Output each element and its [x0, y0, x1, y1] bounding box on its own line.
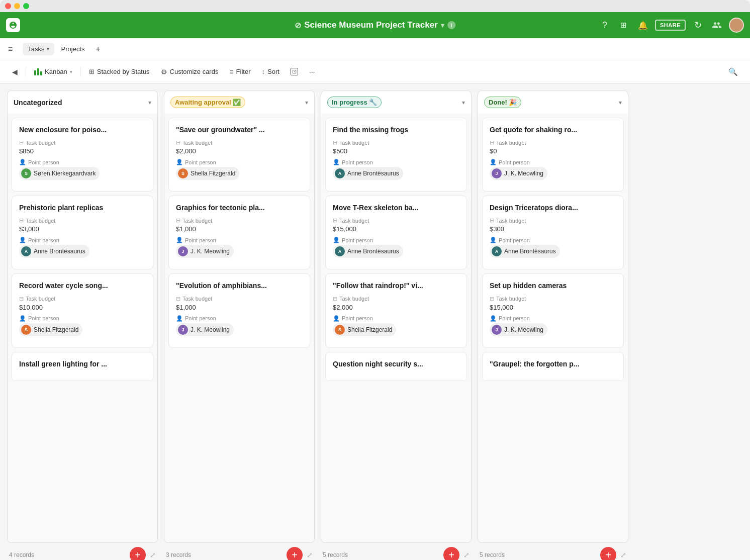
notifications-icon[interactable]: 🔔 [636, 18, 650, 32]
task-card[interactable]: Get quote for shaking ro... ⊟ Task budge… [482, 118, 624, 192]
projects-tab[interactable]: Projects [56, 43, 90, 55]
column-status-badge[interactable]: Done! 🎉 [484, 97, 521, 108]
card-person-label: 👤 Point person [176, 237, 303, 243]
person-name: Shella Fitzgerald [34, 326, 78, 333]
task-card[interactable]: Question night security s... [325, 352, 467, 381]
task-card[interactable]: "Graupel: the forgotten p... [482, 352, 624, 381]
task-card[interactable]: Set up hidden cameras ⊟ Task budget $15,… [482, 273, 624, 347]
maximize-button[interactable] [23, 3, 29, 9]
task-card[interactable]: New enclosure for poiso... ⊟ Task budget… [12, 118, 153, 192]
task-card[interactable]: Find the missing frogs ⊟ Task budget $50… [325, 118, 467, 192]
person-field-icon: 👤 [176, 315, 183, 322]
column-collapse-arrow[interactable]: ▾ [148, 99, 151, 106]
column-status-badge[interactable]: In progress 🔧 [327, 97, 382, 108]
person-avatar: S [178, 168, 188, 178]
person-badge[interactable]: A Anne Brontësaurus [19, 245, 89, 258]
person-name: Anne Brontësaurus [347, 248, 399, 255]
minimize-button[interactable] [14, 3, 20, 9]
task-card[interactable]: Move T-Rex skeleton ba... ⊟ Task budget … [325, 196, 467, 269]
task-card[interactable]: Install green lighting for ... [12, 352, 153, 381]
column-collapse-arrow[interactable]: ▾ [462, 99, 465, 106]
budget-field-icon: ⊟ [490, 296, 494, 302]
info-icon[interactable]: i [447, 21, 455, 29]
column-status-badge[interactable]: Awaiting approval ✅ [170, 97, 245, 108]
task-card[interactable]: "Follow that raindrop!" vi... ⊟ Task bud… [325, 273, 467, 347]
card-person-field: 👤 Point person J J. K. Meowling [176, 237, 303, 258]
add-tab-button[interactable]: + [92, 44, 105, 55]
grid-icon[interactable]: ⊞ [617, 18, 631, 32]
column-collapse-arrow[interactable]: ▾ [305, 99, 308, 106]
collapse-sidebar-button[interactable]: ◀ [8, 66, 22, 78]
expand-button[interactable]: ⤢ [463, 551, 470, 559]
cards-container-awaiting: "Save our groundwater" ... ⊟ Task budget… [164, 114, 315, 543]
task-card[interactable]: Record water cycle song... ⊟ Task budget… [12, 273, 153, 347]
hamburger-menu[interactable]: ≡ [6, 43, 15, 56]
person-badge[interactable]: S Shella Fitzgerald [176, 167, 239, 180]
export-button[interactable]: ⊡ [287, 66, 302, 77]
people-icon[interactable] [710, 18, 724, 32]
refresh-icon[interactable]: ↻ [691, 18, 705, 32]
task-card[interactable]: "Save our groundwater" ... ⊟ Task budget… [168, 118, 310, 192]
person-field-icon: 👤 [490, 237, 497, 243]
card-title: Move T-Rex skeleton ba... [333, 203, 459, 212]
task-card[interactable]: "Evolution of amphibians... ⊟ Task budge… [168, 273, 310, 347]
share-button[interactable]: SHARE [655, 20, 686, 31]
person-badge[interactable]: A Anne Brontësaurus [490, 245, 560, 258]
group-by-selector[interactable]: ⊞ Stacked by Status [85, 66, 154, 77]
task-card[interactable]: Graphics for tectonic pla... ⊟ Task budg… [168, 196, 310, 269]
card-budget-label: ⊟ Task budget [333, 296, 459, 302]
kanban-label: Kanban [45, 68, 67, 75]
person-name: Anne Brontësaurus [347, 170, 399, 177]
person-badge[interactable]: A Anne Brontësaurus [333, 245, 403, 258]
column-footer-inprogress: 5 records + ⤢ [321, 543, 472, 560]
tasks-tab[interactable]: Tasks ▾ [23, 43, 54, 55]
add-card-button[interactable]: + [287, 547, 303, 560]
person-badge[interactable]: S Shella Fitzgerald [19, 323, 82, 336]
task-card[interactable]: Prehistoric plant replicas ⊟ Task budget… [12, 196, 153, 269]
person-badge[interactable]: A Anne Brontësaurus [333, 167, 403, 180]
stacked-label: Stacked by Status [97, 68, 150, 75]
task-card[interactable]: Design Triceratops diora... ⊟ Task budge… [482, 196, 624, 269]
help-icon[interactable]: ? [598, 18, 612, 32]
expand-button[interactable]: ⤢ [307, 551, 313, 559]
card-budget-label: ⊟ Task budget [19, 139, 146, 146]
person-badge[interactable]: S Shella Fitzgerald [333, 323, 396, 336]
budget-field-icon: ⊟ [176, 217, 180, 224]
column-header-uncategorized: Uncategorized ▾ [7, 90, 158, 114]
title-dropdown-arrow[interactable]: ▾ [441, 22, 444, 29]
sort-label: Sort [267, 68, 279, 75]
add-card-button[interactable]: + [443, 547, 459, 560]
user-avatar[interactable] [729, 18, 744, 33]
card-person-field: 👤 Point person A Anne Brontësaurus [333, 159, 459, 180]
column-collapse-arrow[interactable]: ▾ [619, 99, 622, 106]
search-button[interactable]: 🔍 [724, 65, 742, 78]
card-person-label: 👤 Point person [490, 315, 616, 322]
person-badge[interactable]: J J. K. Meowling [176, 245, 234, 258]
kanban-view-selector[interactable]: Kanban ▾ [30, 66, 76, 77]
records-count: 4 records [9, 551, 34, 558]
person-badge[interactable]: S Søren Kierkegaardvark [19, 167, 100, 180]
card-person-field: 👤 Point person A Anne Brontësaurus [490, 237, 616, 258]
toolbar-separator-1 [26, 67, 26, 77]
close-button[interactable] [5, 3, 11, 9]
person-badge[interactable]: J J. K. Meowling [490, 323, 547, 336]
filter-button[interactable]: ≡ Filter [225, 66, 254, 78]
more-options-button[interactable]: ··· [305, 66, 319, 78]
expand-button[interactable]: ⤢ [150, 551, 156, 559]
person-badge[interactable]: J J. K. Meowling [176, 323, 234, 336]
card-budget-value: $1,000 [176, 304, 303, 311]
expand-button[interactable]: ⤢ [620, 551, 626, 559]
add-card-button[interactable]: + [130, 547, 146, 560]
column-footer-done: 5 records + ⤢ [478, 543, 628, 560]
column-footer-uncategorized: 4 records + ⤢ [7, 543, 158, 560]
budget-field-icon: ⊟ [333, 139, 337, 146]
person-badge[interactable]: J J. K. Meowling [490, 167, 547, 180]
customize-cards-button[interactable]: ⚙ Customize cards [157, 66, 223, 78]
person-avatar: J [492, 168, 502, 178]
person-name: Shella Fitzgerald [191, 170, 235, 177]
sort-button[interactable]: ↕ Sort [257, 66, 283, 77]
app-logo [6, 18, 20, 32]
person-name: J. K. Meowling [191, 326, 230, 333]
add-card-button[interactable]: + [600, 547, 616, 560]
person-field-icon: 👤 [333, 237, 340, 243]
